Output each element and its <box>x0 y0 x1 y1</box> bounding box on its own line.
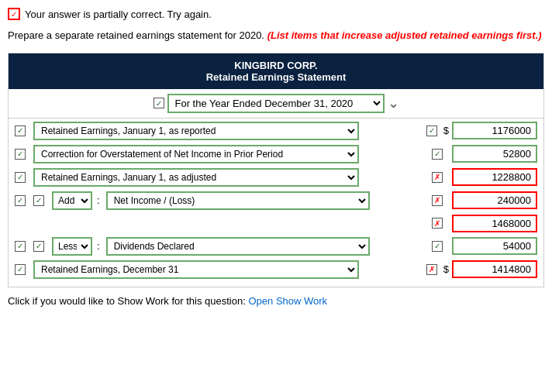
row7-checkbox[interactable] <box>15 264 26 275</box>
row1-dollar: $ <box>443 125 449 136</box>
period-checkbox[interactable] <box>154 98 164 108</box>
table-row: Less Add : Dividends Declared <box>15 237 537 256</box>
row5-amount-checkbox[interactable] <box>432 218 443 229</box>
instructions-emphasis: (List items that increase adjusted retai… <box>267 29 542 41</box>
row7-amount-input[interactable] <box>452 260 537 278</box>
row7-amount-cell: $ <box>426 260 537 278</box>
row3-checkbox[interactable] <box>15 172 26 183</box>
row1-amount-checkbox[interactable] <box>426 126 437 136</box>
row3-amount-input[interactable] <box>452 168 537 186</box>
row1-amount-input[interactable] <box>452 122 537 139</box>
row1-label-select[interactable]: Retained Earnings, January 1, as reporte… <box>33 122 359 140</box>
row7-dollar: $ <box>443 263 449 275</box>
statement-container: KINGBIRD CORP. Retained Earnings Stateme… <box>8 53 544 287</box>
row2-checkbox[interactable] <box>15 149 26 160</box>
row7-label-select[interactable]: Retained Earnings, December 31 <box>33 260 359 279</box>
table-row: Retained Earnings, December 31 $ <box>15 260 537 279</box>
row6-amount-cell <box>432 237 537 255</box>
row3-amount-cell <box>432 168 537 186</box>
row6-amount-checkbox[interactable] <box>432 241 443 252</box>
row2-label-select[interactable]: Correction for Overstatement of Net Inco… <box>33 145 359 163</box>
row4-amount-cell <box>432 191 537 209</box>
row4-amount-checkbox[interactable] <box>432 195 443 206</box>
row3-amount-checkbox[interactable] <box>432 172 443 183</box>
partial-correct-icon <box>8 8 20 20</box>
period-row: For the Year Ended December 31, 2020 ⌄ <box>9 89 543 119</box>
row6-label-select[interactable]: Dividends Declared <box>106 237 370 256</box>
row3-label-select[interactable]: Retained Earnings, January 1, as adjuste… <box>33 168 359 187</box>
row6-prefix-checkbox[interactable] <box>33 241 44 252</box>
table-body: Retained Earnings, January 1, as reporte… <box>9 119 543 287</box>
row7-amount-checkbox[interactable] <box>426 264 437 275</box>
instructions: Prepare a separate retained earnings sta… <box>8 28 544 43</box>
partial-correct-banner: Your answer is partially correct. Try ag… <box>8 8 544 20</box>
table-row: Add Less : Net Income / (Loss) <box>15 191 537 210</box>
row2-amount-checkbox[interactable] <box>432 149 443 160</box>
company-name: KINGBIRD CORP. <box>15 60 537 71</box>
row4-amount-input[interactable] <box>452 191 537 209</box>
instructions-prefix: Prepare a separate retained earnings sta… <box>8 29 264 41</box>
row2-amount-input[interactable] <box>452 145 537 163</box>
banner-text: Your answer is partially correct. Try ag… <box>25 9 212 20</box>
row4-prefix-checkbox[interactable] <box>33 195 44 206</box>
row6-amount-input[interactable] <box>452 237 537 255</box>
statement-header: KINGBIRD CORP. Retained Earnings Stateme… <box>9 53 543 89</box>
statement-title: Retained Earnings Statement <box>15 71 537 83</box>
row1-checkbox[interactable] <box>15 126 26 136</box>
row6-checkbox[interactable] <box>15 241 26 252</box>
row2-amount-cell <box>432 145 537 163</box>
row1-amount-cell: $ <box>426 122 537 139</box>
row5-amount-cell <box>432 215 537 232</box>
show-work-label: Click if you would like to Show Work for… <box>8 295 246 307</box>
period-select[interactable]: For the Year Ended December 31, 2020 <box>167 94 385 113</box>
row6-prefix-select[interactable]: Less Add <box>52 237 92 256</box>
table-row: Correction for Overstatement of Net Inco… <box>15 145 537 163</box>
row4-checkbox[interactable] <box>15 195 26 206</box>
show-work: Click if you would like to Show Work for… <box>8 295 544 307</box>
table-row: Retained Earnings, January 1, as adjuste… <box>15 168 537 187</box>
table-row <box>15 215 537 232</box>
row5-amount-input[interactable] <box>452 215 537 232</box>
row4-prefix-select[interactable]: Add Less <box>52 191 92 210</box>
row4-label-select[interactable]: Net Income / (Loss) <box>106 191 370 210</box>
table-row: Retained Earnings, January 1, as reporte… <box>15 122 537 140</box>
show-work-link[interactable]: Open Show Work <box>248 295 327 307</box>
